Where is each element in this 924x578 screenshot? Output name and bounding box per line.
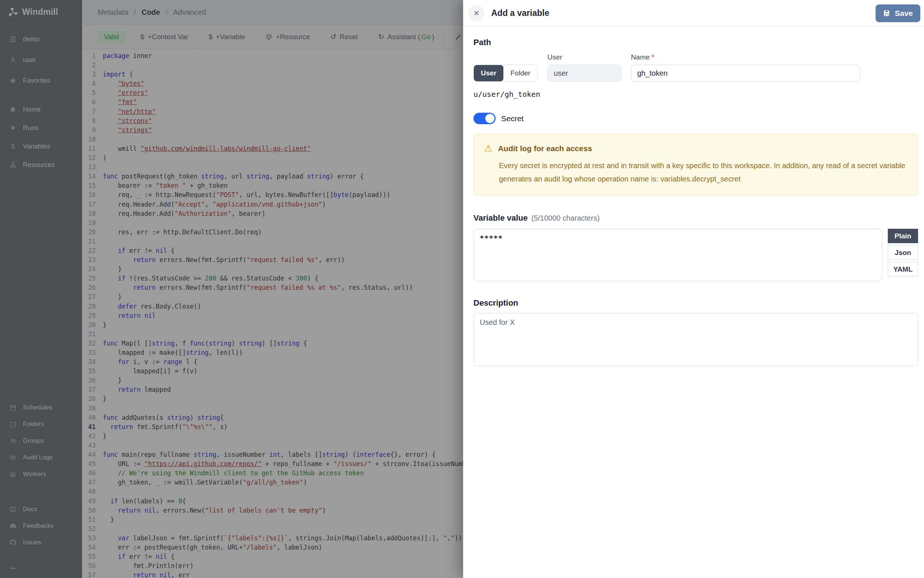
description-field[interactable]: Used for X <box>473 313 918 366</box>
save-button[interactable]: Save <box>875 5 920 22</box>
path-fields: User Folder User Name* <box>473 53 918 82</box>
owner-kind-user[interactable]: User <box>474 65 503 81</box>
close-icon: × <box>473 7 479 19</box>
path-heading: Path <box>473 38 918 47</box>
user-field-label: User <box>547 53 621 61</box>
full-path-preview: u/user/gh_token <box>473 90 918 99</box>
character-counter: (5/10000 characters) <box>531 214 600 222</box>
warning-title: Audit log for each access <box>498 144 592 153</box>
audit-warning-box: ⚠ Audit log for each access Every secret… <box>473 134 918 195</box>
owner-kind-toggle: User Folder <box>473 65 538 82</box>
drawer-title: Add a variable <box>491 8 875 18</box>
required-asterisk: * <box>651 53 654 61</box>
name-field-label: Name* <box>631 53 860 61</box>
secret-label: Secret <box>501 114 524 123</box>
drawer-body: Path User Folder User Name* u/user/gh_to… <box>463 27 924 578</box>
drawer-header: × Add a variable Save <box>463 0 924 27</box>
owner-kind-folder[interactable]: Folder <box>503 65 538 81</box>
description-heading: Description <box>473 298 918 308</box>
value-format-tab-yaml[interactable]: YAML <box>888 262 918 276</box>
value-format-tabs: PlainJsonYAML <box>888 229 918 279</box>
value-format-tab-json[interactable]: Json <box>888 245 918 260</box>
save-icon <box>883 9 891 17</box>
name-field[interactable] <box>631 65 860 82</box>
variable-value-heading: Variable value <box>473 213 528 223</box>
secret-toggle[interactable] <box>473 113 495 124</box>
warning-icon: ⚠ <box>484 144 492 153</box>
add-variable-drawer: × Add a variable Save Path User Folder U… <box>463 0 924 578</box>
value-format-tab-plain[interactable]: Plain <box>888 229 918 243</box>
close-button[interactable]: × <box>468 5 484 21</box>
secret-row: Secret <box>473 113 918 124</box>
variable-value-row: ***** PlainJsonYAML <box>473 229 918 281</box>
user-field[interactable] <box>547 65 621 82</box>
toggle-knob <box>485 114 495 123</box>
warning-body: Every secret is encrypted at rest and in… <box>484 159 907 185</box>
variable-value-editor[interactable]: ***** <box>473 229 882 281</box>
variable-value-heading-row: Variable value (5/10000 characters) <box>473 213 918 223</box>
